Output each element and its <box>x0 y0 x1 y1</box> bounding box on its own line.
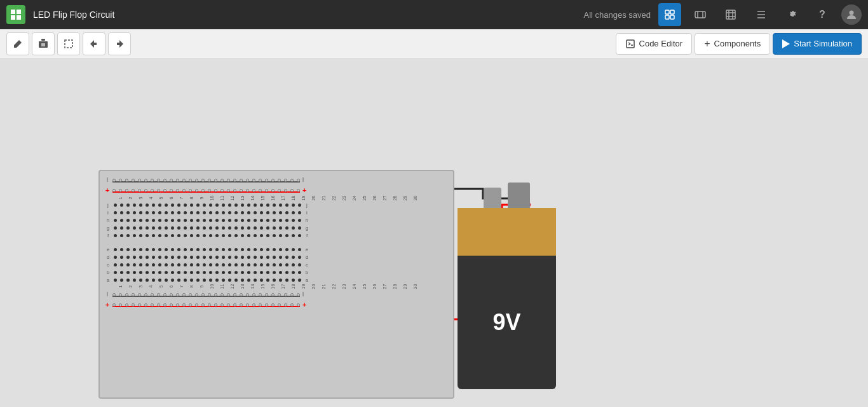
code-editor-label: Code Editor <box>639 39 683 48</box>
breadboard[interactable]: l l + + 12345678910111213141516171819202… <box>98 170 454 399</box>
components-btn[interactable]: + Components <box>695 33 770 55</box>
svg-rect-7 <box>670 15 674 19</box>
svg-marker-33 <box>782 39 790 48</box>
settings-btn[interactable] <box>780 3 803 26</box>
components-label: Components <box>714 39 761 48</box>
code-editor-btn[interactable]: Code Editor <box>616 33 693 55</box>
svg-rect-8 <box>695 11 705 18</box>
draw-tool-btn[interactable] <box>6 32 29 55</box>
undo-btn[interactable] <box>83 32 105 55</box>
help-btn[interactable]: ? <box>811 3 834 26</box>
pcb-view-btn[interactable] <box>719 3 742 26</box>
bom-view-btn[interactable] <box>750 3 773 26</box>
top-pos-plus: + <box>105 186 110 194</box>
svg-rect-26 <box>65 40 72 48</box>
project-title: LED Flip Flop Circuit <box>33 10 114 20</box>
svg-rect-4 <box>665 10 669 14</box>
battery: 9V <box>458 176 556 407</box>
svg-point-19 <box>850 11 854 15</box>
start-simulation-label: Start Simulation <box>794 39 852 48</box>
svg-rect-1 <box>17 10 21 14</box>
svg-marker-20 <box>14 40 22 48</box>
select-tool-btn[interactable] <box>57 32 80 55</box>
battery-terminals <box>458 176 556 208</box>
circuit-view-btn[interactable] <box>658 3 681 26</box>
battery-bottom-body: 9V <box>458 256 556 389</box>
delete-tool-btn[interactable] <box>32 32 55 55</box>
svg-marker-27 <box>90 40 97 48</box>
svg-rect-22 <box>41 39 45 41</box>
schematic-view-btn[interactable] <box>689 3 712 26</box>
user-avatar[interactable] <box>841 4 862 25</box>
battery-voltage-label: 9V <box>492 309 520 336</box>
svg-rect-3 <box>17 15 21 20</box>
battery-top-body <box>458 208 556 256</box>
svg-rect-6 <box>665 15 669 19</box>
top-neg-right-label: l <box>302 177 304 183</box>
start-simulation-btn[interactable]: Start Simulation <box>773 33 862 55</box>
svg-rect-2 <box>11 15 15 20</box>
breadboard-body: l l + + 12345678910111213141516171819202… <box>98 170 454 399</box>
svg-rect-0 <box>11 10 15 14</box>
svg-marker-28 <box>117 40 123 48</box>
app-logo[interactable] <box>6 5 25 24</box>
bot-pos-plus: + <box>105 301 110 308</box>
redo-btn[interactable] <box>108 32 131 55</box>
bot-neg-right-label: l <box>302 291 304 298</box>
svg-rect-11 <box>726 10 735 19</box>
battery-neg-terminal <box>484 188 501 208</box>
save-status: All changes saved <box>583 10 651 20</box>
top-neg-label: l <box>105 177 110 183</box>
svg-rect-5 <box>670 10 674 14</box>
bot-pos-plus-right: + <box>302 301 306 308</box>
battery-pos-terminal <box>508 183 530 208</box>
canvas-area[interactable]: l l + + 12345678910111213141516171819202… <box>0 59 868 407</box>
top-navbar: LED Flip Flop Circuit All changes saved <box>0 0 868 29</box>
svg-line-31 <box>628 44 630 45</box>
bot-neg-label: l <box>105 291 110 298</box>
toolbar: Code Editor + Components Start Simulatio… <box>0 29 868 59</box>
